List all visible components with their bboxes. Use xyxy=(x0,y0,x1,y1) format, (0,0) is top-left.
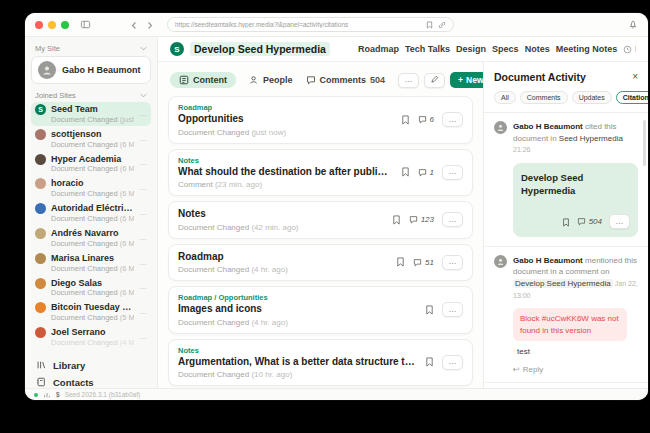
bookmark-icon[interactable] xyxy=(425,353,434,371)
doc-more-button[interactable]: … xyxy=(442,165,463,180)
edit-button[interactable] xyxy=(424,73,445,88)
content-column: Content People Comments 504 … xyxy=(158,62,483,388)
back-icon[interactable] xyxy=(130,16,138,34)
close-window-button[interactable] xyxy=(35,21,43,29)
nav-item-design[interactable]: Design xyxy=(456,44,486,54)
site-more-button[interactable]: … xyxy=(139,333,147,341)
sidebar-site-horacio[interactable]: horacio Document Changed (6 Mar) … xyxy=(31,176,151,200)
copy-link-icon[interactable] xyxy=(438,21,446,29)
notifications-bell-icon[interactable] xyxy=(628,16,638,34)
plus-icon: + xyxy=(458,75,463,85)
scrollbar-thumb[interactable] xyxy=(643,120,646,166)
doc-card-opportunities[interactable]: Roadmap Opportunities Document Changed (… xyxy=(168,96,473,144)
tab-content-label: Content xyxy=(193,75,227,85)
new-document-button[interactable]: +New xyxy=(450,72,483,88)
minimize-window-button[interactable] xyxy=(48,21,56,29)
sidebar-site-scottjenson[interactable]: scottjenson Document Changed (6 Mar) … xyxy=(31,127,151,151)
tab-people[interactable]: People xyxy=(249,75,293,85)
sidebar-site-seed-team[interactable]: S Seed Team Document Changed (just now) … xyxy=(31,102,151,126)
doc-event: Document Changed xyxy=(178,370,249,379)
sidebar-site-marisa-linares[interactable]: Marisa Linares Document Changed (6 Mar) … xyxy=(31,251,151,275)
sidebar-site-joel-serrano[interactable]: Joel Serrano Document Changed (4 Mar) … xyxy=(31,325,151,349)
site-more-button[interactable]: … xyxy=(139,209,147,217)
bookmark-icon[interactable] xyxy=(426,21,433,29)
site-more-button[interactable]: … xyxy=(139,110,147,118)
target-doc-link[interactable]: Develop Seed Hypermedia xyxy=(513,279,613,288)
sidebar-site-bitcoin-tuesday-madrid[interactable]: Bitcoin Tuesday Madrid Document Changed … xyxy=(31,300,151,324)
more-options-button[interactable]: … xyxy=(398,73,419,88)
site-more-button[interactable]: … xyxy=(139,259,147,267)
bookmark-icon[interactable] xyxy=(401,111,410,129)
site-time: (6 Mar) xyxy=(120,288,134,297)
online-status-dot xyxy=(34,393,38,397)
nav-item-tech-talks[interactable]: Tech Talks xyxy=(405,44,450,54)
joined-sites-section-header[interactable]: Joined Sites xyxy=(31,88,151,102)
site-more-button[interactable]: … xyxy=(139,159,147,167)
contacts-icon xyxy=(36,377,46,387)
bookmark-icon[interactable] xyxy=(401,163,410,181)
bookmark-icon[interactable] xyxy=(392,211,401,229)
wallet-indicator[interactable]: $ xyxy=(56,391,60,398)
sidebar-site-autoridad-electrica[interactable]: Autoridad Eléctrica de Norlandia ... Doc… xyxy=(31,201,151,225)
filter-updates[interactable]: Updates xyxy=(572,91,612,104)
doc-more-button[interactable]: … xyxy=(442,255,463,270)
doc-card-roadmap[interactable]: Roadmap Document Changed (4 hr. ago) 51 … xyxy=(168,244,473,282)
nav-item-specs[interactable]: Specs xyxy=(492,44,519,54)
doc-comments[interactable]: 51 xyxy=(413,258,434,267)
sidebar-site-hyper-academia[interactable]: Hyper Academia Document Changed (6 Mar) … xyxy=(31,152,151,176)
sidebar-site-diego-salas[interactable]: Diego Salas Document Changed (6 Mar) … xyxy=(31,276,151,300)
tab-comments[interactable]: Comments 504 xyxy=(306,75,386,85)
zoom-window-button[interactable] xyxy=(61,21,69,29)
doc-card-argumentation[interactable]: Notes Argumentation, What is a better da… xyxy=(168,339,473,387)
doc-more-button[interactable]: … xyxy=(442,212,463,227)
site-more-button[interactable]: … xyxy=(139,234,147,242)
sidebar-item-library[interactable]: Library xyxy=(31,357,151,374)
sidebar-item-contacts[interactable]: Contacts xyxy=(31,374,151,388)
doc-card-images-and-icons[interactable]: Roadmap / Opportunities Images and icons… xyxy=(168,286,473,334)
doc-card-destination-question[interactable]: Notes What should the destination be aft… xyxy=(168,149,473,197)
my-site-profile[interactable]: Gabo H Beaumont xyxy=(31,56,151,84)
reply-button[interactable]: ↩ Reply xyxy=(513,365,638,374)
doc-activity: Document Changed (10 hr. ago) xyxy=(178,370,417,379)
filter-citation[interactable]: Citation xyxy=(616,91,648,104)
site-logo[interactable]: S xyxy=(170,42,184,56)
site-avatar xyxy=(35,327,46,338)
doc-comments[interactable]: 123 xyxy=(409,215,434,224)
close-icon[interactable]: × xyxy=(632,72,638,82)
author-name[interactable]: Gabo H Beaumont xyxy=(513,122,583,131)
filter-all[interactable]: All xyxy=(494,91,516,104)
nav-item-feed[interactable]: Feed xyxy=(623,44,636,54)
tab-content[interactable]: Content xyxy=(170,72,236,88)
doc-time: (4 hr. ago) xyxy=(251,265,287,274)
site-more-button[interactable]: … xyxy=(139,135,147,143)
nav-item-roadmap[interactable]: Roadmap xyxy=(358,44,399,54)
bookmark-icon[interactable] xyxy=(396,253,405,271)
citation-more-button[interactable]: … xyxy=(609,214,630,229)
citation-card[interactable]: Develop Seed Hypermedia 504 … xyxy=(513,163,638,237)
bookmark-icon[interactable] xyxy=(562,213,570,231)
site-more-button[interactable]: … xyxy=(139,308,147,316)
doc-more-button[interactable]: … xyxy=(442,355,463,370)
filter-comments[interactable]: Comments xyxy=(520,91,568,104)
target-doc-link[interactable]: Seed Hypermedia xyxy=(559,134,623,143)
main-body: Content People Comments 504 … xyxy=(158,62,648,388)
sidebar-site-andres-navarro[interactable]: Andrés Navarro Document Changed (6 Mar) … xyxy=(31,226,151,250)
author-name[interactable]: Gabo H Beaumont xyxy=(513,256,583,265)
site-title[interactable]: Develop Seed Hypermedia xyxy=(190,42,330,56)
forward-icon[interactable] xyxy=(146,16,154,34)
doc-more-button[interactable]: … xyxy=(442,112,463,127)
site-more-button[interactable]: … xyxy=(139,184,147,192)
my-site-section-header[interactable]: My Site xyxy=(31,41,151,55)
site-more-button[interactable]: … xyxy=(139,283,147,291)
citation-comments[interactable]: 504 xyxy=(577,217,602,226)
doc-card-notes[interactable]: Notes Document Changed (42 min. ago) 123… xyxy=(168,201,473,239)
site-info: scottjenson Document Changed (6 Mar) xyxy=(51,129,134,149)
sidebar-toggle-icon[interactable] xyxy=(80,19,91,30)
doc-comments[interactable]: 1 xyxy=(418,168,434,177)
url-bar[interactable]: https://seedteamtalks.hyper.media?l&pane… xyxy=(167,17,454,32)
nav-item-notes[interactable]: Notes xyxy=(525,44,550,54)
nav-item-meeting-notes[interactable]: Meeting Notes xyxy=(556,44,618,54)
doc-comments[interactable]: 6 xyxy=(418,115,434,124)
doc-more-button[interactable]: … xyxy=(442,302,463,317)
bookmark-icon[interactable] xyxy=(425,301,434,319)
